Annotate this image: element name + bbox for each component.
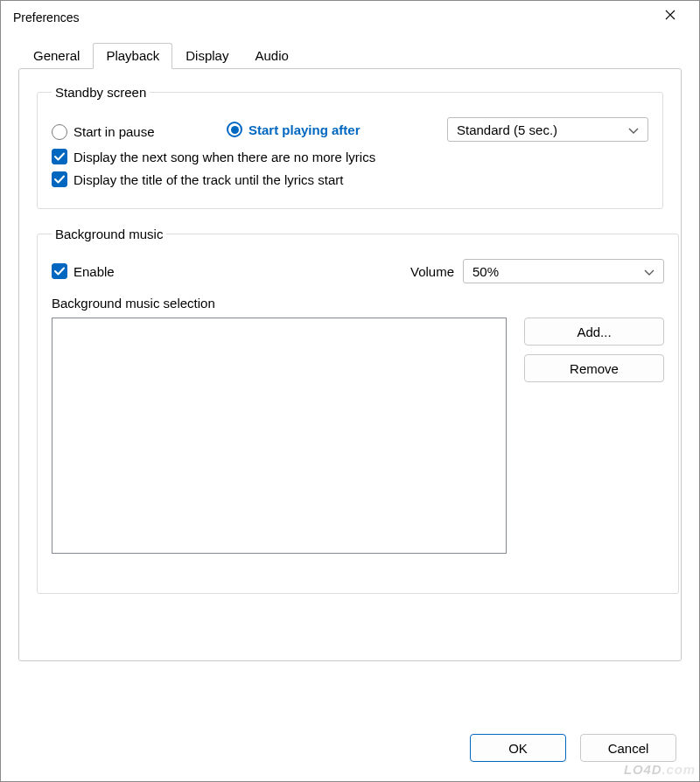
group-legend: Standby screen — [52, 85, 150, 100]
checkbox-icon — [52, 149, 67, 164]
tab-label: Audio — [255, 48, 288, 63]
tab-label: Display — [186, 48, 228, 63]
preferences-window: Preferences General Playback Display Aud… — [0, 0, 700, 782]
window-title: Preferences — [13, 10, 79, 24]
group-legend: Background music — [52, 227, 166, 241]
titlebar: Preferences — [1, 1, 699, 34]
select-value: Standard (5 sec.) — [457, 122, 557, 137]
radio-label: Start playing after — [248, 122, 360, 137]
checkbox-label: Display the title of the track until the… — [74, 172, 343, 187]
tabstrip: General Playback Display Audio — [20, 43, 682, 68]
tab-audio[interactable]: Audio — [242, 43, 301, 68]
checkbox-label: Enable — [74, 264, 115, 279]
watermark-brand: LO4D — [624, 762, 662, 777]
watermark-suffix: .com — [662, 762, 696, 777]
chevron-down-icon — [628, 122, 639, 137]
button-label: Cancel — [608, 741, 649, 756]
checkbox-icon — [52, 263, 67, 279]
checkbox-label: Display the next song when there are no … — [74, 150, 375, 164]
tab-label: Playback — [106, 48, 159, 63]
tab-label: General — [33, 48, 80, 63]
checkbox-display-title-until-lyrics[interactable]: Display the title of the track until the… — [52, 171, 343, 187]
radio-start-in-pause[interactable]: Start in pause — [52, 124, 155, 140]
window-close-button[interactable] — [650, 1, 690, 29]
select-bg-volume[interactable]: 50% — [463, 259, 664, 283]
bg-selection-listbox[interactable] — [52, 318, 507, 554]
checkbox-display-next-song[interactable]: Display the next song when there are no … — [52, 149, 375, 164]
select-start-delay[interactable]: Standard (5 sec.) — [447, 117, 648, 142]
group-standby-screen: Standby screen Start in pause Start play… — [37, 85, 663, 209]
button-label: Add... — [577, 325, 611, 339]
button-label: OK — [508, 741, 528, 756]
bg-selection-label: Background music selection — [52, 296, 664, 311]
close-icon — [665, 8, 676, 23]
watermark: LO4D.com — [624, 757, 696, 779]
client-area: General Playback Display Audio Standby s… — [1, 34, 699, 781]
tab-panel-playback: Standby screen Start in pause Start play… — [18, 68, 682, 661]
ok-button[interactable]: OK — [470, 734, 566, 762]
radio-icon — [227, 122, 242, 137]
volume-label: Volume — [410, 264, 454, 279]
checkbox-bg-enable[interactable]: Enable — [52, 263, 115, 279]
add-button[interactable]: Add... — [524, 318, 664, 346]
chevron-down-icon — [644, 264, 654, 279]
radio-label: Start in pause — [74, 124, 155, 139]
tab-general[interactable]: General — [20, 43, 93, 68]
radio-icon — [52, 124, 67, 140]
button-label: Remove — [570, 361, 619, 376]
checkbox-icon — [52, 171, 67, 187]
remove-button[interactable]: Remove — [524, 354, 664, 382]
select-value: 50% — [472, 264, 499, 279]
tab-playback[interactable]: Playback — [93, 43, 172, 69]
group-background-music: Background music Enable Volume 50% — [37, 227, 679, 594]
tab-display[interactable]: Display — [172, 43, 242, 68]
radio-start-playing-after[interactable]: Start playing after — [227, 122, 360, 137]
